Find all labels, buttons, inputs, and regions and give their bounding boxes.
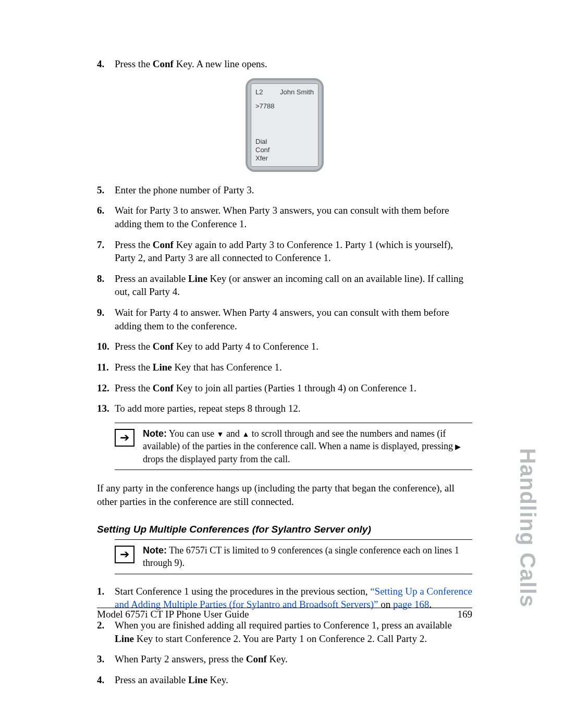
screen-line: L2 [255, 88, 263, 96]
step-text: Press an available Line Key. [115, 674, 228, 685]
steps-c: 1.Start Conference 1 using the procedure… [97, 585, 472, 687]
note-2: ➔ Note: The 6757i CT is limited to 9 con… [115, 540, 472, 574]
note-2-text: Note: The 6757i CT is limited to 9 confe… [143, 544, 472, 570]
step-text: Enter the phone number of Party 3. [115, 184, 254, 195]
down-triangle-icon: ▼ [217, 430, 224, 438]
list-item: 2.When you are finished adding all requi… [97, 619, 472, 645]
step-number: 9. [97, 306, 104, 319]
page-number: 169 [458, 609, 473, 620]
footer-rule [97, 608, 472, 608]
note-1: ➔ Note: You can use ▼ and ▲ to scroll th… [115, 423, 472, 470]
step-number: 8. [97, 272, 104, 286]
step-number: 7. [97, 238, 104, 252]
page-footer: Model 6757i CT IP Phone User Guide 169 [97, 609, 472, 620]
step-number: 4. [97, 673, 104, 687]
screen-softkeys: Dial Conf Xfer [255, 138, 314, 163]
phone-illustration: L2 John Smith >7788 Dial Conf Xfer [97, 78, 472, 172]
list-item: 7.Press the Conf Key again to add Party … [97, 238, 472, 265]
phone-screen: L2 John Smith >7788 Dial Conf Xfer [251, 83, 319, 167]
softkey-conf: Conf [255, 146, 314, 154]
steps-a: 4. Press the Conf Key. A new line opens. [97, 57, 472, 71]
footer-title: Model 6757i CT IP Phone User Guide [97, 609, 249, 620]
step-text: Press the Conf Key. A new line opens. [115, 58, 267, 69]
list-item: 4.Press an available Line Key. [97, 673, 472, 687]
step-number: 3. [97, 652, 104, 666]
phone-bezel: L2 John Smith >7788 Dial Conf Xfer [246, 78, 324, 172]
step-text: To add more parties, repeat steps 8 thro… [115, 403, 300, 414]
list-item: 9.Wait for Party 4 to answer. When Party… [97, 306, 472, 332]
up-triangle-icon: ▲ [242, 430, 249, 438]
step-number: 12. [97, 381, 109, 395]
step-text: Press the Conf Key to join all parties (… [115, 382, 417, 393]
list-item: 10.Press the Conf Key to add Party 4 to … [97, 340, 472, 353]
step-text: Press the Conf Key again to add Party 3 … [115, 239, 453, 264]
list-item: 12.Press the Conf Key to join all partie… [97, 381, 472, 395]
step-text: Press the Line Key that has Conference 1… [115, 362, 282, 373]
screen-caller: John Smith [280, 88, 314, 96]
step-number: 1. [97, 585, 104, 598]
step-4: 4. Press the Conf Key. A new line opens. [97, 57, 472, 71]
page: 4. Press the Conf Key. A new line opens.… [0, 0, 563, 728]
step-number: 11. [97, 361, 109, 374]
step-number: 10. [97, 340, 109, 353]
list-item: 11.Press the Line Key that has Conferenc… [97, 361, 472, 374]
paragraph-after-note: If any party in the conference hangs up … [97, 482, 472, 509]
arrow-right-icon: ➔ [115, 546, 134, 563]
content-area: 4. Press the Conf Key. A new line opens.… [97, 57, 472, 694]
step-text: Press the Conf Key to add Party 4 to Con… [115, 341, 319, 352]
step-text: Wait for Party 4 to answer. When Party 4… [115, 307, 449, 331]
step-number: 6. [97, 204, 104, 217]
list-item: 5.Enter the phone number of Party 3. [97, 183, 472, 197]
softkey-dial: Dial [255, 138, 314, 146]
note2-bottom-rule [115, 574, 472, 574]
section-tab: Handling Calls [515, 448, 540, 608]
step-text: When Party 2 answers, press the Conf Key… [115, 653, 288, 664]
list-item: 8.Press an available Line Key (or answer… [97, 272, 472, 299]
step-text: Start Conference 1 using the procedures … [115, 586, 472, 610]
screen-dialed: >7788 [255, 102, 314, 110]
step-number: 2. [97, 619, 104, 632]
screen-top-row: L2 John Smith [255, 88, 314, 96]
list-item: 3.When Party 2 answers, press the Conf K… [97, 652, 472, 666]
arrow-right-icon: ➔ [115, 429, 134, 447]
note1-bottom-rule [115, 470, 472, 470]
note-1-text: Note: You can use ▼ and ▲ to scroll thro… [143, 427, 472, 465]
right-triangle-icon: ▶ [455, 443, 461, 451]
list-item: 6.Wait for Party 3 to answer. When Party… [97, 204, 472, 230]
step-text: Wait for Party 3 to answer. When Party 3… [115, 205, 449, 229]
softkey-xfer: Xfer [255, 154, 314, 163]
list-item: 13.To add more parties, repeat steps 8 t… [97, 402, 472, 415]
step-number: 4. [97, 57, 104, 71]
step-text: Press an available Line Key (or answer a… [115, 273, 463, 298]
step-text: When you are finished adding all require… [115, 620, 452, 644]
step-number: 5. [97, 183, 104, 197]
subheading: Setting Up Multiple Conferences (for Syl… [97, 524, 472, 535]
steps-b: 5.Enter the phone number of Party 3.6.Wa… [97, 183, 472, 415]
step-number: 13. [97, 402, 109, 415]
